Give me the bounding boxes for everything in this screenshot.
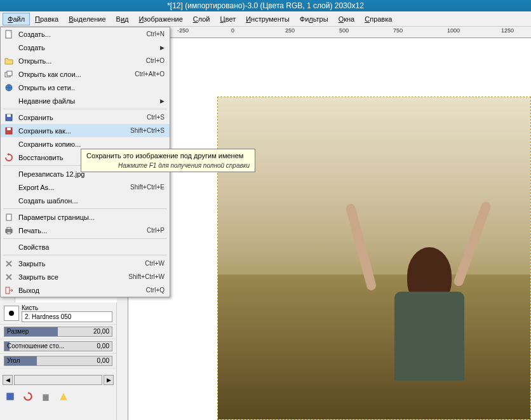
new-file-icon [3,29,15,39]
print-icon [3,226,15,236]
blank-icon [3,182,15,193]
menu-item-recent[interactable]: Недавние файлы ▶ [1,94,170,107]
close-icon [3,259,15,269]
restore-preset-icon[interactable] [23,391,33,402]
menu-item-export[interactable]: Export As... Shift+Ctrl+E [1,180,170,194]
menu-item-create-sub[interactable]: Создать ▶ [1,41,170,54]
svg-rect-7 [7,128,11,130]
menu-separator [3,255,167,255]
menu-shortcut: Ctrl+N [146,30,165,37]
menu-filters[interactable]: Фильтры [295,13,333,25]
menu-shortcut: Ctrl+P [147,227,165,234]
menu-help[interactable]: Справка [360,13,397,25]
size-slider[interactable]: Размер 20,00 [4,327,112,337]
menu-color[interactable]: Цвет [215,13,241,25]
scroll-right-button[interactable]: ▶ [104,375,114,385]
save-preset-icon[interactable] [5,391,15,402]
layers-icon [3,69,15,79]
menu-item-properties[interactable]: Свойства [1,240,170,254]
horizontal-ruler: -500 -250 0 250 500 750 1000 1250 [117,27,531,38]
menu-item-open-net[interactable]: Открыть из сети.. [1,81,170,94]
svg-rect-14 [43,395,48,401]
save-as-icon [3,126,15,136]
menu-item-close[interactable]: Закрыть Ctrl+W [1,257,170,270]
menu-item-open[interactable]: Открыть... Ctrl+O [1,54,170,67]
menu-item-exit[interactable]: Выход Ctrl+Q [1,283,170,297]
menu-item-template[interactable]: Создать шаблон... [1,194,170,207]
menu-item-page-setup[interactable]: Параметры страницы... [1,210,170,224]
menu-edit[interactable]: Правка [30,13,64,25]
tool-options-panel: Кисть 2. Hardness 050 Размер 20,00 Соотн… [0,302,117,420]
blank-icon [3,139,15,149]
menu-separator [3,238,167,239]
menu-view[interactable]: Вид [111,13,134,25]
ruler-tick: 0 [231,27,234,34]
menu-shortcut: Ctrl+Q [146,287,165,294]
svg-rect-2 [7,71,12,76]
menu-item-print[interactable]: Печать... Ctrl+P [1,224,170,237]
angle-row: Угол 0,00 [0,354,116,369]
scroll-left-button[interactable]: ◀ [3,375,13,385]
menu-label: Открыть как слои... [18,71,135,78]
tooltip-help: Нажмите F1 для получения полной справки [86,162,250,169]
menu-layer[interactable]: Слой [188,13,215,25]
menu-label: Параметры страницы... [18,213,165,221]
brush-row: Кисть 2. Hardness 050 [0,302,116,325]
slider-value: 0,00 [97,342,109,349]
size-row: Размер 20,00 [0,325,116,339]
svg-rect-5 [7,114,11,117]
save-icon [3,112,15,123]
menu-item-close-all[interactable]: Закрыть все Shift+Ctrl+W [1,270,170,283]
page-icon [3,212,15,222]
panel-scrollbar[interactable]: ◀ ▶ [0,374,116,386]
menu-label: Свойства [18,243,165,251]
menu-label: Сохранить как... [18,127,130,135]
menu-shortcut: Ctrl+W [145,260,165,267]
menu-label: Закрыть [18,260,145,268]
ruler-tick: -250 [177,27,189,34]
menu-item-save-as[interactable]: Сохранить как... Shift+Ctrl+S [1,124,170,137]
svg-rect-13 [6,393,13,400]
menu-file[interactable]: Файл [3,13,30,25]
menu-select[interactable]: Выделение [64,13,111,25]
delete-preset-icon[interactable] [41,391,51,402]
menu-shortcut: Ctrl+S [147,114,165,121]
exit-icon [3,285,15,295]
canvas-area[interactable] [128,38,531,420]
blank-icon [3,43,15,53]
menu-windows[interactable]: Окна [333,13,360,25]
image-canvas[interactable] [217,97,531,420]
menu-shortcut: Shift+Ctrl+W [128,273,165,280]
ruler-tick: 1250 [501,27,514,34]
menu-separator [3,109,167,109]
ruler-tick: 1000 [447,27,460,34]
slider-value: 0,00 [97,357,109,364]
brush-label: Кисть [22,304,112,311]
menu-label: Недавние файлы [18,97,160,105]
menu-item-create[interactable]: Создать... Ctrl+N [1,27,170,41]
menu-image[interactable]: Изображение [133,13,187,25]
menu-tools[interactable]: Инструменты [241,13,295,25]
menu-label: Создать [18,44,160,51]
brush-name-field[interactable]: 2. Hardness 050 [22,311,112,322]
angle-slider[interactable]: Угол 0,00 [4,356,112,366]
ruler-tick: 500 [339,27,349,34]
menu-shortcut: Shift+Ctrl+E [130,184,165,191]
scroll-track[interactable] [14,375,102,385]
menubar: Файл Правка Выделение Вид Изображение Сл… [0,11,531,27]
brush-preview[interactable] [4,306,19,321]
reset-preset-icon[interactable] [58,391,69,402]
slider-label: Размер [7,328,29,335]
svg-rect-12 [6,287,10,294]
menu-item-open-layers[interactable]: Открыть как слои... Ctrl+Alt+O [1,67,170,81]
panel-bottom-icons [0,389,116,404]
restore-icon [3,152,15,163]
ratio-slider[interactable]: Соотношение сто... 0,00 [4,341,112,351]
svg-rect-11 [7,232,11,234]
blank-icon [3,169,15,179]
menu-item-save[interactable]: Сохранить Ctrl+S [1,111,170,124]
menu-label: Создать шаблон... [18,197,165,205]
chevron-right-icon: ▶ [160,98,165,104]
menu-label: Выход [18,287,146,294]
folder-open-icon [3,56,15,66]
